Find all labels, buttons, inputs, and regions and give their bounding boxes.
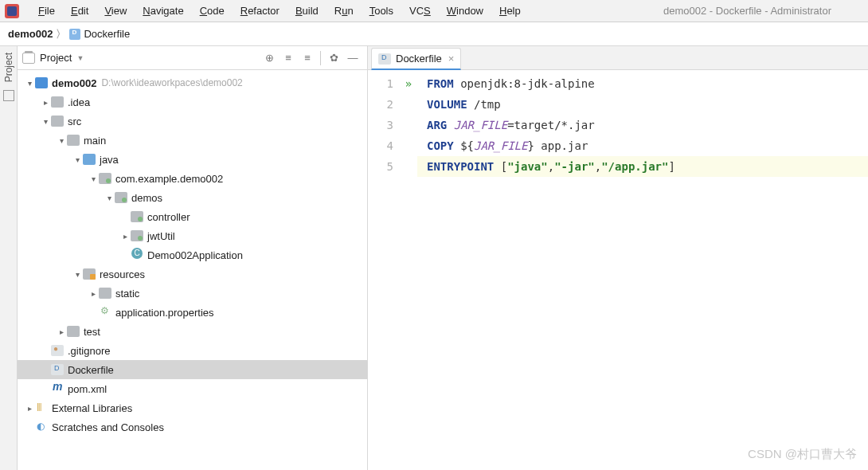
gitignore-file-icon xyxy=(51,345,64,356)
code-line: ARG JAR_FILE=target/*.jar xyxy=(417,115,868,135)
menu-build[interactable]: Build xyxy=(287,2,326,19)
breadcrumb-root[interactable]: demo002 xyxy=(8,28,53,40)
expand-all-button[interactable]: ≡ xyxy=(281,51,295,65)
line-number-gutter: 1 2 3 4 5 xyxy=(368,70,400,470)
chevron-down-icon[interactable]: ▾ xyxy=(40,117,51,126)
main-menubar: FileEditViewNavigateCodeRefactorBuildRun… xyxy=(0,0,868,22)
divider xyxy=(320,51,321,65)
breadcrumb-separator: 〉 xyxy=(56,27,66,41)
main-area: Project Project ▼ ⊕ ≡ ≡ ✿ — ▾demo002D:\w… xyxy=(0,46,868,470)
scratches-icon xyxy=(35,421,48,433)
tree-item-appclass: ▸Demo002Application xyxy=(18,245,367,264)
chevron-right-icon[interactable]: ▸ xyxy=(40,98,51,107)
menu-run[interactable]: Run xyxy=(326,2,362,19)
menu-vcs[interactable]: VCS xyxy=(401,2,439,19)
dockerfile-icon xyxy=(51,364,64,375)
hide-button[interactable]: — xyxy=(346,51,360,65)
project-panel-header: Project ▼ ⊕ ≡ ≡ ✿ — xyxy=(18,46,367,70)
structure-tool-icon[interactable] xyxy=(3,90,14,101)
folder-icon xyxy=(51,116,64,127)
tree-item-java: ▾java xyxy=(18,150,367,169)
tree-item-demos: ▾demos xyxy=(18,188,367,207)
project-panel: Project ▼ ⊕ ≡ ≡ ✿ — ▾demo002D:\work\idea… xyxy=(18,46,368,470)
project-tool-label[interactable]: Project xyxy=(3,53,14,82)
code-line: VOLUME /tmp xyxy=(417,94,868,115)
editor-tab-label: Dockerfile xyxy=(396,53,442,65)
tree-item-dockerfile: ▸Dockerfile xyxy=(18,360,367,379)
menu-file[interactable]: File xyxy=(30,2,63,19)
menu-help[interactable]: Help xyxy=(491,2,529,19)
folder-icon xyxy=(67,326,80,337)
tree-item-pom: ▸pom.xml xyxy=(18,379,367,398)
project-view-icon xyxy=(22,53,35,64)
maven-file-icon xyxy=(51,383,64,394)
chevron-down-icon[interactable]: ▾ xyxy=(88,174,99,183)
dockerfile-icon xyxy=(378,53,391,65)
menu-window[interactable]: Window xyxy=(439,2,491,19)
menu-navigate[interactable]: Navigate xyxy=(135,2,191,19)
chevron-down-icon[interactable]: ▾ xyxy=(72,270,83,279)
properties-file-icon xyxy=(99,307,111,318)
tree-item-extlib: ▸External Libraries xyxy=(18,398,367,417)
run-gutter: » xyxy=(400,70,417,470)
project-tree[interactable]: ▾demo002D:\work\ideaworkpaces\demo002 ▸.… xyxy=(18,70,367,440)
chevron-down-icon[interactable]: ▾ xyxy=(104,194,115,202)
tree-item-jwtutil: ▸jwtUtil xyxy=(18,226,367,245)
left-tool-rail: Project xyxy=(0,46,18,470)
code-line: FROM openjdk:8-jdk-alpine xyxy=(417,73,868,94)
package-icon xyxy=(115,192,127,203)
run-marker-icon[interactable]: » xyxy=(405,73,412,94)
folder-icon xyxy=(51,96,64,108)
chevron-right-icon[interactable]: ▸ xyxy=(88,289,99,298)
code-line: ENTRYPOINT ["java","-jar","/app.jar"] xyxy=(417,156,868,177)
menu-view[interactable]: View xyxy=(96,2,135,19)
chevron-down-icon[interactable]: ▾ xyxy=(24,79,35,88)
menu-tools[interactable]: Tools xyxy=(362,2,401,19)
project-view-title[interactable]: Project xyxy=(40,52,72,64)
tree-item-gitignore: ▸.gitignore xyxy=(18,341,367,360)
tree-item-scratches: ▸Scratches and Consoles xyxy=(18,417,367,437)
folder-icon xyxy=(99,288,111,299)
chevron-down-icon[interactable]: ▾ xyxy=(72,155,83,164)
project-icon xyxy=(35,77,48,88)
chevron-right-icon[interactable]: ▸ xyxy=(56,327,67,336)
tree-item-idea: ▸.idea xyxy=(18,92,367,112)
app-logo-icon xyxy=(5,4,19,18)
collapse-all-button[interactable]: ≡ xyxy=(300,51,315,65)
package-icon xyxy=(131,230,143,241)
tree-item-main: ▾main xyxy=(18,131,367,150)
runnable-class-icon xyxy=(131,249,143,260)
breadcrumb-bar: demo002 〉 Dockerfile xyxy=(0,22,868,46)
chevron-down-icon[interactable]: ▾ xyxy=(56,136,67,145)
tree-item-resources: ▾resources xyxy=(18,264,367,284)
editor-body[interactable]: 1 2 3 4 5 » FROM openjdk:8-jdk-alpine VO… xyxy=(368,70,868,470)
close-tab-icon[interactable]: × xyxy=(448,53,455,65)
tree-item-controller: ▸controller xyxy=(18,207,367,226)
window-title: demo002 - Dockerfile - Administrator xyxy=(663,5,831,17)
chevron-right-icon[interactable]: ▸ xyxy=(24,404,35,413)
folder-icon xyxy=(67,135,80,146)
package-icon xyxy=(99,173,111,184)
code-line: COPY ${JAR_FILE} app.jar xyxy=(417,135,868,156)
tree-item-test: ▸test xyxy=(18,322,367,341)
tree-item-src: ▾src xyxy=(18,112,367,131)
settings-button[interactable]: ✿ xyxy=(326,51,341,65)
project-view-dropdown-icon[interactable]: ▼ xyxy=(76,54,84,62)
chevron-right-icon[interactable]: ▸ xyxy=(119,232,131,241)
tree-item-project: ▾demo002D:\work\ideaworkpaces\demo002 xyxy=(18,73,367,92)
tree-item-package: ▾com.example.demo002 xyxy=(18,169,367,188)
locate-button[interactable]: ⊕ xyxy=(262,51,276,65)
menu-refactor[interactable]: Refactor xyxy=(233,2,287,19)
breadcrumb-file[interactable]: Dockerfile xyxy=(84,28,130,40)
package-icon xyxy=(131,211,143,222)
source-folder-icon xyxy=(83,154,96,165)
editor-panel: Dockerfile × 1 2 3 4 5 » FROM openjdk:8-… xyxy=(368,46,868,470)
editor-tab-dockerfile[interactable]: Dockerfile × xyxy=(371,48,461,70)
tree-item-static: ▸static xyxy=(18,284,367,303)
tree-item-appprops: ▸application.properties xyxy=(18,303,367,322)
code-area[interactable]: FROM openjdk:8-jdk-alpine VOLUME /tmp AR… xyxy=(417,70,868,470)
editor-tab-strip: Dockerfile × xyxy=(368,46,868,70)
menu-edit[interactable]: Edit xyxy=(63,2,96,19)
resources-folder-icon xyxy=(83,268,96,280)
menu-code[interactable]: Code xyxy=(192,2,233,19)
